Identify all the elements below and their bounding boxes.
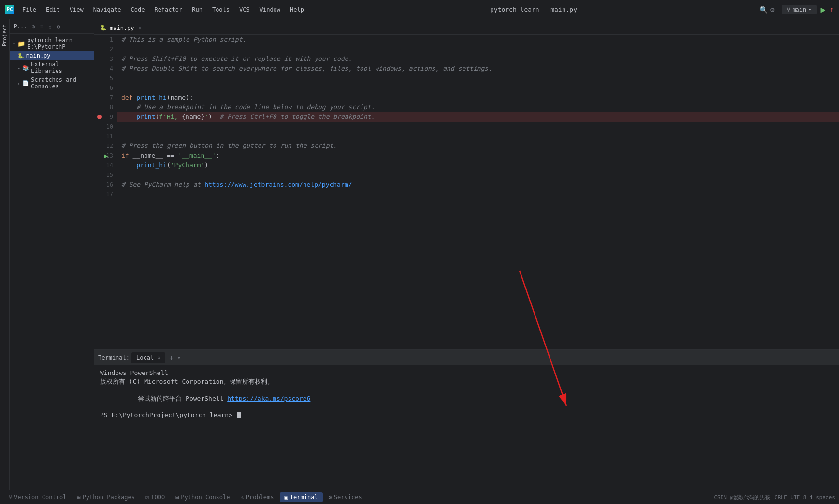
status-tab-python-packages[interactable]: ⊞ Python Packages [72,492,140,502]
terminal-prompt-text: PS E:\PytorchProject\pytorch_learn> [100,411,236,418]
line-num-3: 3 [94,54,117,64]
code-line-17 [117,189,839,199]
menu-edit[interactable]: Edit [42,5,64,14]
line-num-8: 8 [94,102,117,112]
todo-icon: ☑ [145,494,149,501]
tree-item-root[interactable]: ▾ 📁 pytorch_learn E:\PytorchP [10,36,94,51]
line-num-5: 5 [94,73,117,83]
mainpy-label: main.py [26,52,51,59]
menu-code[interactable]: Code [127,5,149,14]
status-tab-problems[interactable]: ⚠ Problems [236,492,279,502]
left-strip: Project [0,19,10,490]
terminal-dropdown-button[interactable]: ▾ [177,354,181,361]
line-num-7: 7 [94,93,117,102]
search-icon[interactable]: 🔍 [759,6,767,14]
root-folder-label: pytorch_learn E:\PytorchP [27,37,91,50]
line-num-10: 10 [94,122,117,131]
git-branch-icon: ⑂ [787,6,790,13]
problems-icon: ⚠ [241,494,244,501]
lib-folder-icon: 📚 [22,65,29,71]
terminal-tab-close[interactable]: ✕ [158,355,160,360]
list-icon[interactable]: ≡ [39,22,45,31]
menu-help[interactable]: Help [286,5,308,14]
settings-gear-icon[interactable]: ⚙ [55,22,61,31]
menu-navigate[interactable]: Navigate [89,5,125,14]
line-num-17: 17 [94,189,117,199]
code-editor: 1 2 3 4 5 6 7 8 9 10 11 12 ▶ [94,35,839,349]
line-num-6: 6 [94,83,117,93]
minimize-icon[interactable]: — [63,22,70,31]
settings-icon[interactable]: ⚙ [770,6,774,14]
terminal-line-2: 版权所有 (C) Microsoft Corporation。保留所有权利。 [100,377,833,386]
code-content[interactable]: # This is a sample Python script. # Pres… [117,35,839,349]
terminal-line-4: 尝试新的跨平台 PowerShell https://aka.ms/pscore… [100,387,833,410]
sort-icon[interactable]: ↕ [47,22,53,31]
menu-tools[interactable]: Tools [208,5,233,14]
status-tab-services[interactable]: ⚙ Services [324,492,367,502]
version-control-label: Version Control [14,494,66,501]
tree-item-mainpy[interactable]: 🐍 main.py [10,51,94,60]
code-line-3: # Press Shift+F10 to execute it or repla… [117,54,839,64]
line-num-4: 4 [94,64,117,73]
line-num-2: 2 [94,44,117,54]
terminal-tab-local[interactable]: Local ✕ [131,352,165,363]
status-bar: ⑂ Version Control ⊞ Python Packages ☑ TO… [0,490,839,504]
line-num-11: 11 [94,131,117,141]
branch-dropdown-icon: ▾ [808,6,811,13]
status-tab-terminal[interactable]: ▣ Terminal [280,492,323,502]
add-icon[interactable]: ⊕ [30,22,37,31]
terminal-add-tab-button[interactable]: + [167,353,175,362]
project-tab-label[interactable]: Project [0,21,9,49]
scratches-label: Scratches and Consoles [31,76,91,90]
code-line-8: # Use a breakpoint in the code line belo… [117,102,839,112]
status-tab-python-console[interactable]: ⊞ Python Console [171,492,234,502]
menu-run[interactable]: Run [188,5,206,14]
line-num-13[interactable]: ▶ 13 [94,151,117,160]
line-num-14: 14 [94,160,117,170]
code-line-11 [117,131,839,141]
code-line-9: print(f'Hi, {name}') # Press Ctrl+F8 to … [117,112,839,122]
services-icon: ⚙ [329,494,332,501]
menu-bar: File Edit View Navigate Code Refactor Ru… [18,5,308,14]
code-line-12: # Press the green button in the gutter t… [117,141,839,151]
project-toolbar: P... ⊕ ≡ ↕ ⚙ — [10,19,94,34]
code-line-7: def print_hi(name): [117,93,839,102]
run-arrow-icon[interactable]: ▶ [104,152,108,159]
title-bar: PC File Edit View Navigate Code Refactor… [0,0,839,19]
terminal-line-1: Windows PowerShell [100,369,833,376]
status-bar-right: CSDN @爱敲代码的男孩 CRLF UTF-8 4 spaces [714,494,835,501]
editor-tabs: 🐍 main.py ✕ [94,19,839,35]
update-icon[interactable]: ↑ [829,5,834,14]
status-tab-todo[interactable]: ☑ TODO [141,492,170,502]
code-line-15 [117,170,839,180]
menu-window[interactable]: Window [256,5,284,14]
breakpoint-dot[interactable] [97,115,102,119]
tab-mainpy[interactable]: 🐍 main.py ✕ [94,21,149,34]
line-num-9[interactable]: 9 [94,112,117,122]
services-label: Services [334,494,362,501]
menu-view[interactable]: View [66,5,87,14]
tab-filename: main.py [110,25,134,31]
terminal-label-status: Terminal [290,494,318,501]
code-line-13: if __name__ == '__main__': [117,151,839,160]
terminal-pscore-text: 尝试新的跨平台 PowerShell [138,395,227,402]
terminal-content: Windows PowerShell 版权所有 (C) Microsoft Co… [94,365,839,490]
python-packages-icon: ⊞ [77,494,80,501]
main-content-wrapper: 🐍 main.py ✕ 1 2 3 4 5 6 7 8 [94,19,839,490]
tab-close-button[interactable]: ✕ [137,25,143,31]
python-tab-icon: 🐍 [100,25,107,31]
pscore6-link[interactable]: https://aka.ms/pscore6 [227,395,310,402]
menu-refactor[interactable]: Refactor [150,5,186,14]
branch-button[interactable]: ⑂ main ▾ [782,5,816,14]
pycharm-help-link[interactable]: https://www.jetbrains.com/help/pycharm/ [204,180,352,189]
menu-file[interactable]: File [18,5,40,14]
run-button[interactable]: ▶ [821,4,826,14]
terminal-local-label: Local [136,354,154,361]
status-tab-version-control[interactable]: ⑂ Version Control [4,492,71,502]
project-tree: ▾ 📁 pytorch_learn E:\PytorchP 🐍 main.py … [10,34,94,490]
tree-item-external-libs[interactable]: ▸ 📚 External Libraries [10,60,94,75]
window-title: pytorch_learn - main.py [490,6,577,13]
code-line-16: # See PyCharm help at https://www.jetbra… [117,180,839,189]
tree-item-scratches[interactable]: ▸ 📄 Scratches and Consoles [10,75,94,91]
menu-vcs[interactable]: VCS [235,5,254,14]
